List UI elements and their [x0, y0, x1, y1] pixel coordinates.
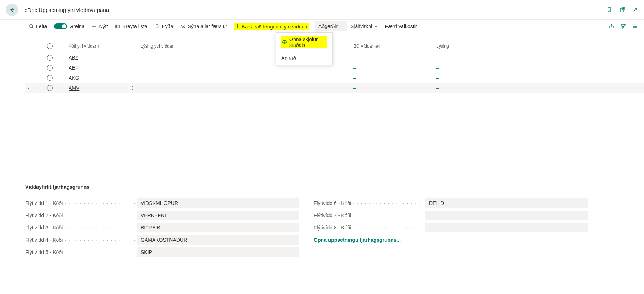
chevron-right-icon	[325, 56, 329, 60]
field-label: Flýtivídd 5 - Kóði	[25, 249, 137, 255]
toggle-switch-icon	[54, 23, 67, 29]
row-radio[interactable]	[47, 85, 53, 91]
edit-list-action[interactable]: Breyta lista	[111, 21, 151, 31]
field-value[interactable]: GÁMAKOSTNAÐUR	[137, 235, 299, 245]
chevron-down-icon	[374, 25, 378, 28]
filter-icon[interactable]	[620, 23, 626, 29]
show-all-action[interactable]: Sýna allar færslur	[177, 21, 231, 31]
search-icon	[29, 24, 34, 29]
search-label: Leita	[36, 23, 47, 29]
other-menu-item[interactable]: Annað	[276, 52, 332, 65]
analyze-toggle[interactable]: Greina	[50, 21, 88, 31]
field-row: Flýtivídd 1 - Kóði VIÐSKMHÓPUR	[25, 197, 299, 209]
svg-rect-2	[116, 25, 120, 28]
select-all-radio[interactable]	[47, 43, 53, 49]
actions-menu-button[interactable]: Aðgerðir	[315, 21, 347, 31]
globe-icon	[282, 40, 287, 45]
cell-code: ABZ	[69, 55, 141, 61]
col-code[interactable]: Kóti ytri víddar ↑	[69, 44, 141, 49]
automation-menu-button[interactable]: Sjálfvirkni	[347, 21, 381, 31]
cell-lysing[interactable]: –	[436, 85, 544, 91]
field-label: Flýtivídd 4 - Kóði	[25, 237, 137, 243]
table-row[interactable]: ABZ – –	[25, 53, 644, 63]
open-gl-setup-link[interactable]: Opna uppsetningu fjárhagsgrunns...	[314, 237, 401, 243]
fields-left-column: Flýtivídd 1 - Kóði VIÐSKMHÓPUR Flýtivídd…	[25, 197, 299, 258]
dimension-overview-section: Víddayfirlit fjárhagsgrunns Flýtivídd 1 …	[25, 184, 633, 258]
field-row: Flýtivídd 3 - Kóði BIFREIÐ	[25, 221, 299, 234]
field-row: Flýtivídd 7 - Kóði	[314, 209, 588, 221]
list-icon[interactable]	[632, 23, 638, 29]
field-label: Flýtivídd 8 - Kóði	[314, 225, 425, 231]
table-row[interactable]: AEP – –	[25, 63, 644, 73]
add-external-dims-action[interactable]: Bæta við fengnum ytri víddum	[231, 21, 313, 32]
cell-bc[interactable]: –	[353, 65, 436, 71]
analyze-label: Greina	[69, 23, 84, 29]
field-value[interactable]: VIÐSKMHÓPUR	[137, 198, 299, 208]
current-row-indicator-icon: →	[25, 85, 47, 91]
toolbar: Leita Greina Nýtt Breyta lista Eyða Sýna…	[0, 20, 644, 33]
row-actions-icon[interactable]: ⋮	[130, 85, 136, 91]
plus-icon	[92, 24, 97, 29]
field-row: Flýtivídd 6 - Kóði DEILD	[314, 197, 588, 209]
fewer-options-label: Færri valkostir	[385, 23, 417, 29]
show-all-label: Sýna allar færslur	[188, 23, 227, 29]
page-header: eDoc Uppsetning ytri víddavarpana	[0, 0, 644, 20]
field-value[interactable]: BIFREIÐ	[137, 223, 299, 232]
search-action[interactable]: Leita	[25, 21, 50, 31]
chevron-down-icon	[340, 25, 343, 28]
table-row[interactable]: → AMV ⋮ – –	[25, 83, 644, 93]
field-label: Flýtivídd 7 - Kóði	[314, 212, 425, 218]
fewer-options-action[interactable]: Færri valkostir	[381, 21, 421, 31]
edit-list-icon	[115, 24, 120, 29]
green-plus-icon	[235, 23, 240, 28]
filter-clear-icon	[180, 24, 185, 29]
col-bc-name[interactable]: BC Víddarnafn	[353, 44, 436, 49]
page-title: eDoc Uppsetning ytri víddavarpana	[25, 7, 109, 13]
bookmark-icon[interactable]	[606, 7, 612, 13]
row-radio[interactable]	[47, 65, 53, 71]
field-row: Flýtivídd 4 - Kóði GÁMAKOSTNAÐUR	[25, 234, 299, 246]
field-value[interactable]: SKIP	[137, 247, 299, 257]
delete-action[interactable]: Eyða	[151, 21, 177, 31]
cell-code: AEP	[69, 65, 141, 71]
new-action[interactable]: Nýtt	[88, 21, 111, 31]
field-value[interactable]: DEILD	[425, 198, 588, 208]
field-row: Flýtivídd 8 - Kóði	[314, 221, 588, 234]
delete-label: Eyða	[162, 23, 173, 29]
add-external-dims-label: Bæta við fengnum ytri víddum	[242, 24, 309, 30]
row-radio[interactable]	[47, 55, 53, 61]
automation-label: Sjálfvirkni	[350, 23, 372, 29]
open-doc-label: Opna skjölun staðals	[289, 36, 327, 48]
actions-dropdown: Opna skjölun staðals Annað	[276, 32, 333, 65]
field-row: Flýtivídd 5 - Kóði SKIP	[25, 246, 299, 258]
popout-icon[interactable]	[619, 7, 625, 13]
cell-lysing[interactable]: –	[436, 75, 544, 81]
collapse-icon[interactable]	[632, 7, 638, 13]
cell-bc[interactable]: –	[353, 55, 436, 61]
open-doc-menu-item[interactable]: Opna skjölun staðals	[276, 33, 332, 52]
trash-icon	[155, 24, 160, 29]
field-value[interactable]	[425, 223, 588, 232]
col-lysing[interactable]: Lýsing	[436, 44, 544, 49]
cell-bc[interactable]: –	[353, 85, 436, 91]
other-label: Annað	[281, 55, 296, 61]
field-row: Flýtivídd 2 - Kóði VERKEFNI	[25, 209, 299, 221]
table-row[interactable]: AKG – –	[25, 73, 644, 83]
cell-code: AKG	[69, 75, 141, 81]
section-title: Víddayfirlit fjárhagsgrunns	[25, 184, 633, 190]
field-value[interactable]	[425, 211, 588, 220]
edit-list-label: Breyta lista	[122, 23, 147, 29]
cell-lysing[interactable]: –	[436, 55, 544, 61]
cell-code[interactable]: AMV	[69, 85, 79, 91]
field-value[interactable]: VERKEFNI	[137, 211, 299, 220]
share-icon[interactable]	[609, 23, 614, 29]
field-label: Flýtivídd 6 - Kóði	[314, 200, 425, 206]
open-gl-setup-link-row: Opna uppsetningu fjárhagsgrunns...	[314, 234, 588, 246]
row-radio[interactable]	[47, 75, 53, 81]
cell-bc[interactable]: –	[353, 75, 436, 81]
actions-label: Aðgerðir	[318, 23, 338, 29]
arrow-left-icon	[9, 7, 15, 13]
back-button[interactable]	[6, 4, 18, 16]
new-label: Nýtt	[99, 23, 108, 29]
cell-lysing[interactable]: –	[436, 65, 544, 71]
